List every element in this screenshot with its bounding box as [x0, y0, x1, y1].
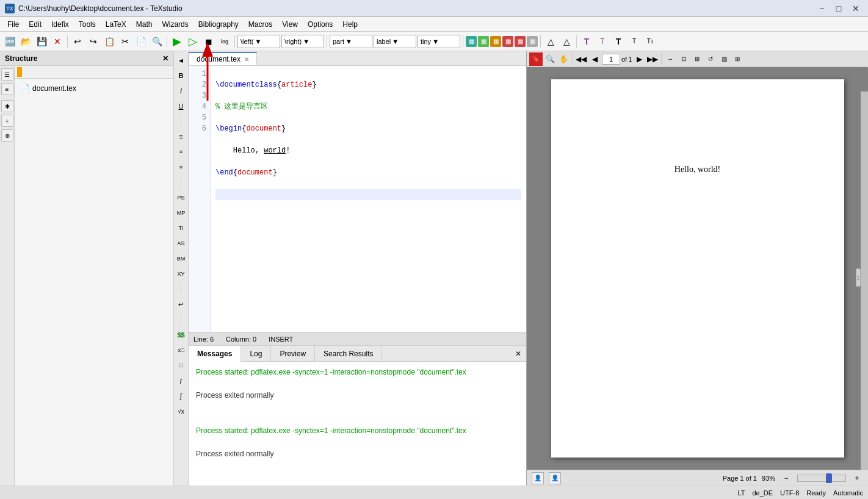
text-btn5[interactable]: T1 — [643, 34, 657, 49]
pdf-scrollbar-thumb[interactable] — [861, 67, 868, 92]
new-button[interactable]: 🆕 — [2, 34, 17, 49]
sidebar-tool-2[interactable]: ≡ — [1, 83, 13, 95]
sidebar-tool-5[interactable]: ⊕ — [1, 129, 13, 142]
pdf-sync-btn[interactable]: ↔ — [664, 53, 676, 65]
undo-button[interactable]: ↩ — [70, 34, 85, 49]
menu-file[interactable]: File — [2, 19, 24, 30]
tree-item-document[interactable]: 📄 document.tex — [20, 84, 168, 93]
fmt-align-right[interactable]: ≡ — [175, 160, 188, 174]
pdf-scrollbar[interactable] — [861, 67, 868, 470]
sidebar-tool-3[interactable]: ✱ — [1, 100, 13, 112]
right-bracket-dropdown[interactable]: \right) ▼ — [281, 35, 324, 48]
msg-tab-log[interactable]: Log — [241, 346, 271, 362]
format-btn4[interactable]: ▦ — [502, 36, 513, 47]
tab-close-button[interactable]: ✕ — [244, 56, 249, 63]
menu-macros[interactable]: Macros — [244, 19, 277, 30]
paste-button[interactable]: 📄 — [134, 34, 148, 49]
pdf-grid-btn[interactable]: ⊞ — [731, 53, 743, 65]
menu-tools[interactable]: Tools — [74, 19, 101, 30]
menu-latex[interactable]: LaTeX — [101, 19, 131, 30]
run-button[interactable]: ▷ — [186, 34, 200, 49]
stop-compile-button[interactable]: ◼ — [201, 34, 216, 49]
pdf-hand-btn[interactable]: ✋ — [557, 53, 570, 65]
menu-math[interactable]: Math — [131, 19, 157, 30]
pdf-prev-btn[interactable]: ◀◀ — [575, 53, 587, 65]
fmt-as-btn[interactable]: AS — [175, 237, 188, 250]
sidebar-tool-4[interactable]: + — [1, 115, 13, 127]
format-btn6[interactable]: ▦ — [527, 36, 538, 47]
cut-button[interactable]: ✂ — [118, 34, 132, 49]
redo-button[interactable]: ↪ — [86, 34, 101, 49]
menu-view[interactable]: View — [277, 19, 303, 30]
log-button[interactable]: log — [217, 34, 232, 49]
sidebar-close-button[interactable]: ✕ — [162, 54, 168, 63]
fmt-sup-btn[interactable]: x□ — [175, 343, 188, 357]
fmt-align-left[interactable]: ≡ — [175, 130, 188, 143]
sidebar-tool-1[interactable]: ☰ — [1, 68, 13, 81]
msg-tab-searchresults[interactable]: Search Results — [315, 346, 382, 362]
fmt-integral-btn[interactable]: ∫ — [175, 389, 188, 403]
compile-button[interactable]: ▶ — [170, 34, 184, 49]
pdf-thumb-btn2[interactable]: 👤 — [549, 472, 561, 484]
menu-help[interactable]: Help — [338, 19, 363, 30]
close-button[interactable]: ✕ — [848, 2, 863, 15]
fmt-bm-btn[interactable]: BM — [175, 252, 188, 265]
menu-wizards[interactable]: Wizards — [157, 19, 193, 30]
pdf-back-btn[interactable]: ◀ — [588, 53, 601, 65]
fmt-italic-btn[interactable]: I — [175, 84, 188, 98]
search-button[interactable]: 🔍 — [150, 34, 164, 49]
fmt-mp-btn[interactable]: MP — [175, 206, 188, 220]
text-btn2[interactable]: T — [595, 34, 610, 49]
text-btn4[interactable]: T — [627, 34, 642, 49]
left-bracket-dropdown[interactable]: \left( ▼ — [237, 35, 280, 48]
fmt-ps-btn[interactable]: PS — [175, 191, 188, 204]
fmt-underline-btn[interactable]: U — [175, 99, 188, 113]
code-editor[interactable]: \documentclass{article} % 这里是导言区 \begin{… — [211, 66, 526, 332]
save-button[interactable]: 💾 — [34, 34, 49, 49]
pdf-search-btn[interactable]: 🔍 — [544, 53, 556, 65]
pdf-zoom-thumb[interactable] — [826, 473, 832, 483]
format-btn5[interactable]: ▦ — [515, 36, 526, 47]
fmt-arrow-btn[interactable]: ↵ — [175, 298, 188, 311]
fmt-root-btn[interactable]: √x — [175, 404, 188, 418]
pdf-resize-handle[interactable] — [856, 268, 861, 287]
maximize-button[interactable]: □ — [831, 2, 846, 15]
fmt-bold-btn[interactable]: B — [175, 69, 188, 82]
pdf-zoom-out-btn[interactable]: − — [780, 472, 792, 484]
minimize-button[interactable]: − — [814, 2, 829, 15]
pdf-next-btn[interactable]: ▶ — [633, 53, 645, 65]
label-dropdown[interactable]: label ▼ — [374, 35, 416, 48]
open-button[interactable]: 📂 — [18, 34, 33, 49]
format-btn2[interactable]: ▦ — [478, 36, 489, 47]
fmt-align-center[interactable]: ≡ — [175, 145, 188, 159]
editor-tab-document[interactable]: document.tex ✕ — [189, 52, 257, 65]
fmt-frac-btn[interactable]: ƒ — [175, 374, 188, 387]
pdf-zoom-in-btn[interactable]: + — [851, 472, 863, 484]
stop-button[interactable]: ✕ — [50, 34, 65, 49]
pdf-zoom-slider[interactable] — [797, 475, 846, 482]
messages-close-button[interactable]: ✕ — [510, 350, 526, 358]
menu-options[interactable]: Options — [303, 19, 338, 30]
text-btn1[interactable]: T — [579, 34, 594, 49]
fmt-sub-btn[interactable]: □ — [175, 359, 188, 372]
fmt-ti-btn[interactable]: TI — [175, 221, 188, 235]
pdf-col-btn[interactable]: ▥ — [718, 53, 730, 65]
pdf-fit-page-btn[interactable]: ⊞ — [691, 53, 703, 65]
copy-button[interactable]: 📋 — [102, 34, 117, 49]
menu-idefix[interactable]: Idefix — [46, 19, 74, 30]
fmt-xy-btn[interactable]: XY — [175, 267, 188, 281]
pdf-thumb-btn1[interactable]: 👤 — [532, 472, 544, 484]
triangle-btn2[interactable]: △ — [559, 34, 574, 49]
menu-edit[interactable]: Edit — [24, 19, 46, 30]
text-btn3[interactable]: T — [611, 34, 626, 49]
format-btn3[interactable]: ▦ — [490, 36, 501, 47]
pdf-last-btn[interactable]: ▶▶ — [646, 53, 659, 65]
msg-tab-preview[interactable]: Preview — [271, 346, 315, 362]
format-btn1[interactable]: ▦ — [466, 36, 477, 47]
menu-bibliography[interactable]: Bibliography — [193, 19, 244, 30]
pdf-bookmark-btn[interactable]: 🔖 — [529, 52, 543, 66]
pdf-page-input[interactable] — [602, 54, 620, 65]
triangle-btn1[interactable]: △ — [543, 34, 558, 49]
size-dropdown[interactable]: tiny ▼ — [418, 35, 460, 48]
msg-tab-messages[interactable]: Messages — [189, 346, 241, 362]
